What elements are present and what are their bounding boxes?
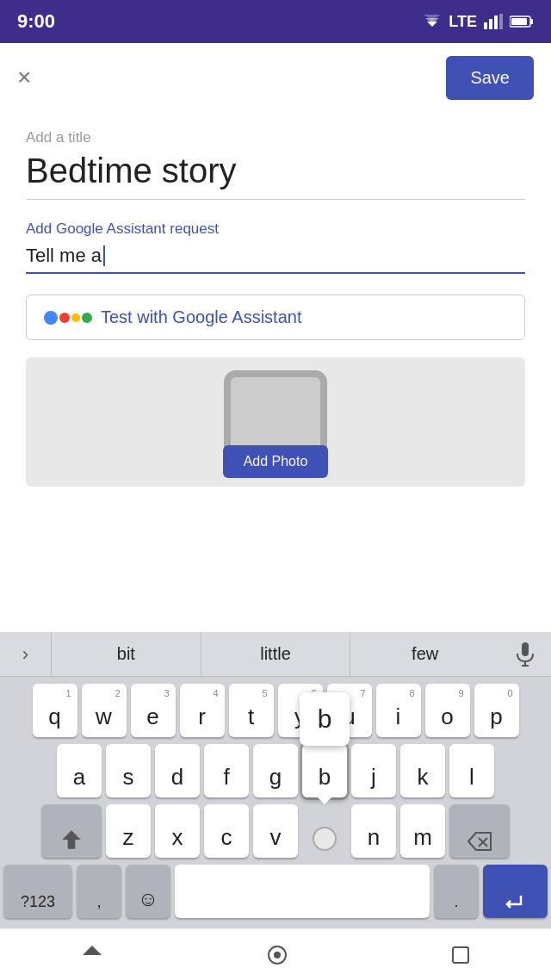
key-e[interactable]: 3e [131,684,176,737]
key-n[interactable]: n [351,804,396,858]
svg-rect-8 [530,19,533,24]
battery-icon [510,15,534,28]
suggestions-bar: › bit little few [0,632,551,677]
enter-icon [504,892,528,911]
svg-point-18 [274,952,281,958]
key-w[interactable]: 2w [82,684,127,737]
suggestion-few[interactable]: few [350,632,499,677]
suggestion-items: bit little few [52,632,499,677]
key-j[interactable]: j [351,744,396,797]
key-x[interactable]: x [155,804,200,858]
num-key[interactable]: ?123 [3,865,72,918]
cursor-space [302,804,347,858]
enter-key[interactable] [483,865,548,918]
lte-label: LTE [449,13,477,31]
svg-rect-9 [511,18,527,25]
status-icons: LTE [423,13,534,31]
key-p[interactable]: 0p [474,684,519,737]
key-f[interactable]: f [204,744,249,797]
svg-rect-10 [522,642,529,656]
key-k[interactable]: k [400,744,445,797]
add-photo-button[interactable]: Add Photo [223,445,329,478]
key-s[interactable]: s [106,744,151,797]
space-key[interactable] [175,865,430,918]
wifi-icon [423,15,442,28]
back-icon [81,944,103,966]
top-bar: × Save [0,43,551,112]
home-icon [266,944,288,966]
request-input[interactable]: Tell me a [26,245,525,267]
mic-button[interactable] [499,632,551,677]
period-key[interactable]: . [434,865,479,918]
dot-green [82,313,92,323]
title-label: Add a title [26,129,525,146]
shift-key[interactable] [41,804,102,858]
svg-rect-19 [453,947,468,963]
recents-nav-button[interactable] [451,946,470,964]
emoji-key[interactable]: ☺ [126,865,170,918]
key-b-popup: b [300,692,350,746]
shift-icon [60,828,83,851]
content-area: Add a title Add Google Assistant request… [0,112,551,504]
key-i[interactable]: 8i [376,684,421,737]
key-rows: 1q 2w 3e 4r 5t 6y 7u 8i 9o 0p a s d f g … [0,677,551,928]
request-input-wrapper: Tell me a [26,245,525,274]
key-l[interactable]: l [449,744,494,797]
image-placeholder-area: Add Photo [26,357,525,487]
key-g[interactable]: g [253,744,298,797]
key-r[interactable]: 4r [180,684,225,737]
key-m[interactable]: m [400,804,445,858]
key-q[interactable]: 1q [33,684,77,737]
dot-yellow [71,313,80,322]
svg-marker-13 [62,830,81,849]
svg-marker-2 [424,15,441,20]
home-nav-button[interactable] [266,944,288,966]
signal-icon [484,14,503,29]
text-cursor [103,245,105,266]
svg-marker-16 [83,946,102,955]
title-input[interactable] [26,152,525,200]
key-z[interactable]: z [106,804,151,858]
suggestion-little[interactable]: little [201,632,351,677]
key-a[interactable]: a [57,744,102,797]
close-button[interactable]: × [17,64,31,91]
status-time: 9:00 [17,10,55,33]
test-button-label: Test with Google Assistant [101,307,301,327]
key-v[interactable]: v [253,804,298,858]
backspace-key[interactable] [449,804,510,858]
svg-rect-3 [484,22,487,29]
request-text: Tell me a [26,245,102,267]
backspace-icon [467,832,492,851]
expand-icon: › [22,643,28,666]
mic-icon [516,642,535,667]
key-row-2: a s d f g b b j k l [3,744,548,797]
back-nav-button[interactable] [81,944,103,966]
svg-rect-4 [489,19,492,29]
status-bar: 9:00 LTE [0,0,551,43]
google-assistant-logo [44,311,92,325]
key-d[interactable]: d [155,744,200,797]
nav-bar [0,928,551,980]
save-button[interactable]: Save [446,56,534,100]
key-row-3: z x c v n m [3,804,548,858]
key-t[interactable]: 5t [229,684,274,737]
svg-rect-5 [494,16,498,29]
key-row-bottom: ?123 , ☺ . [3,865,548,918]
key-o[interactable]: 9o [425,684,470,737]
svg-rect-6 [499,14,503,29]
recents-icon [451,946,470,964]
comma-key[interactable]: , [77,865,121,918]
suggestion-bit[interactable]: bit [52,632,201,677]
key-row-1: 1q 2w 3e 4r 5t 6y 7u 8i 9o 0p [3,684,548,737]
request-label: Add Google Assistant request [26,220,525,238]
keyboard: › bit little few 1q 2w 3e 4r 5t 6y 7u 8 [0,632,551,928]
dot-blue [44,311,58,325]
key-c[interactable]: c [204,804,249,858]
dot-red [59,313,70,323]
key-b[interactable]: b b [302,744,347,797]
test-with-google-assistant-button[interactable]: Test with Google Assistant [26,295,525,340]
expand-suggestions-button[interactable]: › [0,632,52,677]
